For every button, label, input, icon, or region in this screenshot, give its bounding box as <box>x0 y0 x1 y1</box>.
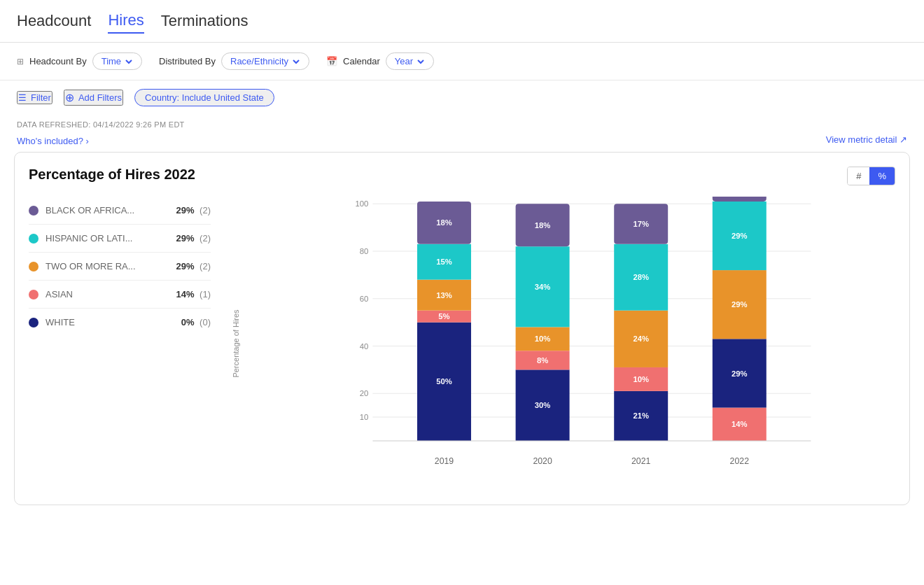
svg-text:18%: 18% <box>436 218 452 227</box>
nav-headcount[interactable]: Headcount <box>17 9 91 33</box>
controls-row: ⊞ Headcount By Time Distributed By Race/… <box>0 43 924 80</box>
legend-dot <box>29 262 38 272</box>
svg-text:80: 80 <box>360 247 369 255</box>
filter-icon: ☰ <box>18 92 27 103</box>
svg-text:10%: 10% <box>633 375 649 383</box>
legend-value: 29% (2) <box>176 261 211 272</box>
chart-area: Percentage of Hires 100806040201050%5%13… <box>225 197 895 491</box>
legend-dot <box>29 290 38 299</box>
meta-row: DATA REFRESHED: 04/14/2022 9:26 PM EDT <box>0 115 924 132</box>
svg-text:13%: 13% <box>436 291 452 299</box>
svg-rect-53 <box>713 197 766 202</box>
svg-text:29%: 29% <box>732 300 748 309</box>
country-filter-pill[interactable]: Country: Include United State <box>134 89 274 106</box>
legend-item: ASIAN 14% (1) <box>29 281 211 309</box>
svg-text:2020: 2020 <box>533 456 552 466</box>
legend-dot <box>29 318 38 327</box>
nav-terminations[interactable]: Terminations <box>161 9 248 33</box>
svg-text:21%: 21% <box>633 411 649 420</box>
legend-label: BLACK OR AFRICA... <box>46 205 134 216</box>
svg-text:18%: 18% <box>535 221 551 230</box>
svg-text:2022: 2022 <box>730 456 750 466</box>
svg-text:5%: 5% <box>438 312 449 320</box>
svg-text:29%: 29% <box>732 232 748 240</box>
nav-hires[interactable]: Hires <box>108 8 144 34</box>
legend-label: WHITE <box>46 317 75 327</box>
top-nav: Headcount Hires Terminations <box>0 0 924 43</box>
legend-item: TWO OR MORE RA... 29% (2) <box>29 253 211 281</box>
calendar-group: 📅 Calendar Year <box>326 52 434 70</box>
svg-text:17%: 17% <box>633 220 649 228</box>
time-pill[interactable]: Time <box>92 52 142 70</box>
filter-row: ☰ Filter ⊕ Add Filters Country: Include … <box>0 80 924 115</box>
refresh-text: DATA REFRESHED: 04/14/2022 9:26 PM EDT <box>17 120 907 129</box>
svg-text:10: 10 <box>360 413 369 421</box>
legend-value: 29% (2) <box>176 233 211 244</box>
pct-toggle[interactable]: % <box>869 167 895 185</box>
meta-links: Who's included? › View metric detail ↗ <box>0 132 924 152</box>
chart-body: BLACK OR AFRICA... 29% (2) HISPANIC OR L… <box>29 197 895 491</box>
view-toggle: # % <box>847 167 895 185</box>
headcount-by-label: Headcount By <box>29 56 87 66</box>
legend-label: TWO OR MORE RA... <box>46 261 136 272</box>
svg-text:50%: 50% <box>436 377 452 386</box>
legend-dot <box>29 206 38 216</box>
year-pill[interactable]: Year <box>386 52 434 70</box>
svg-text:8%: 8% <box>537 356 548 365</box>
legend-label: HISPANIC OR LATI... <box>46 233 132 244</box>
svg-text:20: 20 <box>360 389 369 397</box>
svg-text:14%: 14% <box>732 420 748 428</box>
svg-text:10%: 10% <box>535 334 551 343</box>
add-filters-button[interactable]: ⊕ Add Filters <box>64 90 123 106</box>
chart-card: Percentage of Hires 2022 # % BLACK OR AF… <box>14 152 910 505</box>
svg-text:40: 40 <box>360 342 369 351</box>
race-ethnicity-pill[interactable]: Race/Ethnicity <box>221 52 309 70</box>
svg-text:2021: 2021 <box>631 456 651 466</box>
svg-text:2019: 2019 <box>435 456 454 466</box>
svg-text:60: 60 <box>360 295 369 303</box>
legend-item: WHITE 0% (0) <box>29 309 211 336</box>
svg-text:15%: 15% <box>436 258 452 266</box>
svg-text:30%: 30% <box>535 401 551 409</box>
view-metric-link[interactable]: View metric detail ↗ <box>826 134 907 145</box>
distributed-by-group: Distributed By Race/Ethnicity <box>159 52 309 70</box>
svg-text:29%: 29% <box>732 369 748 378</box>
y-axis-title: Percentage of Hires <box>232 309 240 377</box>
svg-text:100: 100 <box>355 199 368 208</box>
svg-text:24%: 24% <box>633 334 649 343</box>
hash-toggle[interactable]: # <box>848 167 869 185</box>
plus-icon: ⊕ <box>65 91 74 104</box>
calendar-label: Calendar <box>343 56 380 66</box>
svg-text:28%: 28% <box>633 273 649 281</box>
filter-button[interactable]: ☰ Filter <box>17 91 52 104</box>
legend-item: BLACK OR AFRICA... 29% (2) <box>29 197 211 225</box>
headcount-by-group: ⊞ Headcount By Time <box>17 52 142 70</box>
distributed-by-label: Distributed By <box>159 56 216 66</box>
legend-value: 29% (2) <box>176 205 211 216</box>
whos-included-link[interactable]: Who's included? › <box>17 136 89 146</box>
svg-text:34%: 34% <box>535 283 551 291</box>
legend-item: HISPANIC OR LATI... 29% (2) <box>29 225 211 253</box>
card-header: Percentage of Hires 2022 # % <box>29 167 895 185</box>
chart-title: Percentage of Hires 2022 <box>29 167 195 183</box>
legend-label: ASIAN <box>46 289 73 299</box>
legend-value: 14% (1) <box>176 289 211 299</box>
legend-panel: BLACK OR AFRICA... 29% (2) HISPANIC OR L… <box>29 197 225 491</box>
legend-value: 0% (0) <box>181 317 211 327</box>
legend-dot <box>29 234 38 244</box>
